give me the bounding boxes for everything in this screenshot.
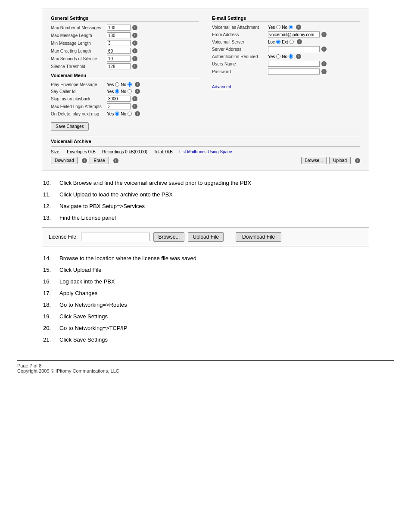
archive-size-label: Size: (51, 149, 60, 154)
say-callerid-no-radio[interactable] (128, 89, 132, 93)
voicemail-attachment-yes-radio[interactable] (276, 25, 280, 29)
max-messages-input[interactable] (107, 25, 131, 31)
voicemail-server-loc-radio[interactable] (276, 40, 280, 44)
download-info-icon[interactable]: i (82, 158, 87, 163)
play-envelope-yes-radio[interactable] (115, 82, 119, 87)
step-15-num: 15. (43, 267, 56, 273)
users-name-input[interactable] (268, 61, 320, 67)
advanced-link[interactable]: Advanced (212, 84, 231, 89)
skip-ms-row: Skip ms on playback i (51, 96, 199, 102)
on-delete-label: On Delete, play next msg (51, 112, 107, 116)
max-message-length-label: Max Message Length (51, 33, 107, 38)
play-envelope-no-radio[interactable] (128, 82, 132, 87)
voicemail-attachment-radio-group: Yes No i (268, 25, 301, 30)
auth-required-info-icon[interactable]: i (296, 54, 301, 59)
voicemail-attachment-yes-label: Yes (268, 25, 275, 30)
silence-threshold-input[interactable] (107, 63, 131, 69)
upload-info-icon[interactable]: i (355, 158, 360, 163)
auth-no-label: No (282, 54, 287, 59)
skip-ms-input[interactable] (107, 96, 131, 102)
auth-yes-radio[interactable] (276, 54, 280, 59)
step-15: 15. Click Upload File (43, 267, 394, 273)
min-message-length-input[interactable] (107, 40, 131, 46)
erase-button[interactable]: Erase (90, 157, 109, 164)
voicemail-attachment-info-icon[interactable]: i (296, 25, 301, 30)
on-delete-no-radio[interactable] (128, 112, 132, 116)
voicemail-menu-section: Voicemail Menu Play Envelope Message Yes… (51, 73, 199, 116)
license-download-button[interactable]: Download File (236, 232, 281, 242)
max-silence-info-icon[interactable]: i (132, 56, 137, 61)
save-changes-button[interactable]: Save Changes (51, 122, 89, 131)
max-greeting-info-icon[interactable]: i (132, 48, 137, 53)
voicemail-server-ext-label: Ext (282, 40, 288, 44)
list-mailboxes-link[interactable]: List Mailboxes Using Space (179, 149, 232, 154)
archive-total: Total: 0kB (154, 149, 173, 154)
step-11-num: 11. (43, 191, 56, 198)
max-failed-row: Max Failed Login Attempts i (51, 103, 199, 109)
on-delete-yes-radio[interactable] (115, 112, 119, 116)
on-delete-yes-label: Yes (107, 112, 114, 116)
silence-threshold-info-icon[interactable]: i (132, 64, 137, 69)
max-silence-row: Max Seconds of Silence i (51, 56, 199, 62)
voicemail-archive-section: Voicemail Archive Size: Envelopes 0kB Re… (51, 136, 360, 164)
step-17-text: Apply Changes (59, 290, 97, 296)
archive-actions-row: Download i Erase i Browse... Upload i (51, 157, 360, 164)
on-delete-row: On Delete, play next msg Yes No i (51, 111, 199, 116)
license-browse-button[interactable]: Browse... (153, 232, 184, 242)
server-address-input[interactable] (268, 46, 320, 52)
step-10-num: 10. (43, 180, 56, 186)
upload-button[interactable]: Upload (329, 157, 351, 164)
screenshot-panel: General Settings Max Number of Messages … (42, 9, 369, 171)
max-failed-input[interactable] (107, 103, 131, 109)
from-address-row: From Address i (212, 31, 360, 37)
max-greeting-input[interactable] (107, 48, 131, 54)
users-name-info-icon[interactable]: i (321, 61, 327, 66)
from-address-info-icon[interactable]: i (321, 32, 327, 37)
users-name-label: Users Name (212, 62, 268, 66)
max-messages-info-icon[interactable]: i (132, 25, 137, 30)
archive-info-row: Size: Envelopes 0kB Recordings 0 kB(00:0… (51, 149, 360, 154)
password-info-icon[interactable]: i (321, 69, 327, 74)
voicemail-server-info-icon[interactable]: i (297, 39, 302, 44)
license-upload-button[interactable]: Upload File (188, 232, 224, 242)
step-21-num: 21. (43, 336, 56, 343)
general-settings-col: General Settings Max Number of Messages … (51, 16, 199, 131)
from-address-input[interactable] (268, 31, 320, 37)
password-input[interactable] (268, 68, 320, 75)
voicemail-server-row: Voicemail Server Loc Ext i (212, 39, 360, 44)
server-address-info-icon[interactable]: i (321, 47, 327, 52)
max-message-length-input[interactable] (107, 32, 131, 38)
step-18-text: Go to Networking=>Routes (59, 302, 127, 308)
step-11-text: Click Upload to load the archive onto th… (59, 191, 173, 198)
step-21: 21. Click Save Settings (43, 336, 394, 343)
general-settings-title: General Settings (51, 16, 199, 22)
auth-no-radio[interactable] (289, 54, 293, 59)
max-messages-label: Max Number of Messages (51, 25, 107, 30)
skip-ms-label: Skip ms on playback (51, 96, 107, 101)
step-14-text: Browse to the location where the license… (59, 255, 196, 261)
page-footer: Page 7 of 8 Copyright 2009 © IPitomy Com… (17, 360, 394, 373)
max-message-length-info-icon[interactable]: i (132, 33, 137, 38)
email-settings-title: E-mail Settings (212, 16, 360, 22)
step-14: 14. Browse to the location where the lic… (43, 255, 394, 261)
on-delete-info-icon[interactable]: i (135, 111, 140, 116)
skip-ms-info-icon[interactable]: i (132, 96, 137, 101)
min-message-length-info-icon[interactable]: i (132, 40, 137, 46)
archive-title: Voicemail Archive (51, 139, 360, 144)
download-button[interactable]: Download (51, 157, 78, 164)
play-envelope-info-icon[interactable]: i (135, 82, 140, 87)
say-callerid-yes-radio[interactable] (115, 89, 119, 93)
say-callerid-info-icon[interactable]: i (135, 89, 140, 94)
max-silence-input[interactable] (107, 56, 131, 62)
erase-info-icon[interactable]: i (113, 158, 118, 163)
max-failed-info-icon[interactable]: i (132, 104, 137, 109)
voicemail-server-radio-group: Loc Ext i (268, 39, 302, 44)
voicemail-attachment-no-radio[interactable] (289, 25, 293, 29)
browse-button[interactable]: Browse... (301, 157, 327, 164)
step-16-num: 16. (43, 278, 56, 285)
voicemail-attachment-no-label: No (282, 25, 287, 30)
step-15-text: Click Upload File (59, 267, 102, 273)
license-file-input[interactable] (81, 233, 150, 241)
voicemail-attachment-label: Voicemail as Attachment (212, 25, 268, 30)
voicemail-server-ext-radio[interactable] (290, 40, 294, 44)
